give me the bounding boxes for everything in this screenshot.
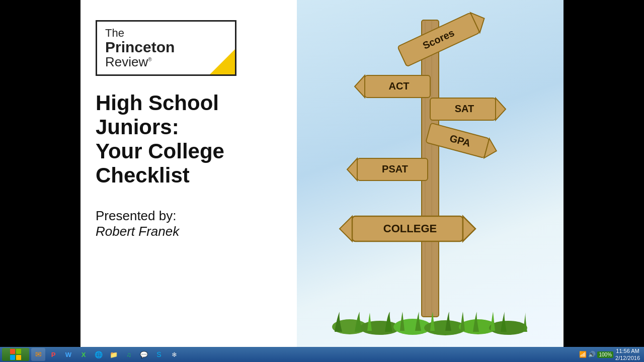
start-button[interactable]	[2, 348, 29, 361]
svg-marker-7	[355, 75, 365, 98]
logo-princeton: Princeton	[105, 40, 227, 55]
logo-yellow-triangle	[210, 49, 235, 74]
logo-the: The	[105, 27, 227, 40]
taskbar-time-text: 11:56 AM	[615, 347, 640, 354]
signpost-illustration: Scores ACT SAT GPA	[325, 5, 536, 337]
svg-marker-19	[340, 216, 352, 241]
title-line1: High School	[96, 91, 219, 115]
taskbar-app-powerpoint[interactable]: P	[46, 348, 60, 361]
svg-marker-16	[347, 158, 357, 180]
slide-title: High School Juniors: Your College Checkl…	[96, 91, 282, 188]
svg-text:PSAT: PSAT	[382, 163, 408, 174]
taskbar-network-icon: 📶	[579, 351, 587, 358]
svg-text:SAT: SAT	[455, 103, 474, 114]
svg-text:COLLEGE: COLLEGE	[383, 222, 437, 235]
svg-text:ACT: ACT	[388, 80, 409, 92]
taskbar-app-excel[interactable]: X	[76, 348, 91, 361]
battery-indicator: 100%	[597, 351, 613, 358]
taskbar-app-lync[interactable]: 💬	[137, 348, 151, 361]
taskbar-date-text: 2/12/2016	[615, 354, 640, 361]
taskbar-app-outlook[interactable]: ✉	[31, 348, 45, 361]
taskbar: ✉ P W X 🌐 📁 ♫ 💬 S ❄ 📶	[0, 347, 644, 362]
svg-marker-21	[463, 216, 475, 241]
taskbar-app-skype[interactable]: S	[152, 348, 166, 361]
title-line4: Checklist	[96, 163, 190, 187]
taskbar-clock: 11:56 AM 2/12/2016	[615, 347, 640, 362]
black-sidebar-left	[0, 0, 80, 347]
taskbar-sound-icon: 🔊	[588, 351, 596, 358]
taskbar-right-area: 📶 🔊 100% 11:56 AM 2/12/2016	[579, 347, 642, 362]
taskbar-app-spotify[interactable]: ♫	[122, 348, 136, 361]
windows-logo-icon	[10, 349, 21, 360]
presenter-name: Robert Franek	[96, 224, 282, 239]
slide-container: The Princeton Review® High School Junior…	[80, 0, 564, 347]
taskbar-app-chrome[interactable]: 🌐	[92, 348, 106, 361]
presented-by-label: Presented by:	[96, 208, 282, 224]
svg-marker-11	[496, 98, 506, 120]
title-line2: Juniors:	[96, 115, 179, 139]
taskbar-apps: ✉ P W X 🌐 📁 ♫ 💬 S ❄	[31, 348, 579, 361]
taskbar-app-word[interactable]: W	[61, 348, 75, 361]
taskbar-app-folder[interactable]: 📁	[107, 348, 121, 361]
princeton-review-logo: The Princeton Review®	[96, 20, 236, 76]
svg-point-28	[489, 321, 527, 335]
right-illustration-panel: Scores ACT SAT GPA	[297, 0, 564, 347]
logo-review: Review®	[105, 55, 227, 69]
left-panel: The Princeton Review® High School Junior…	[80, 0, 297, 347]
title-line3: Your College	[96, 139, 224, 163]
presenter-section: Presented by: Robert Franek	[96, 208, 282, 239]
taskbar-app-misc[interactable]: ❄	[167, 348, 181, 361]
black-sidebar-right	[564, 0, 644, 347]
